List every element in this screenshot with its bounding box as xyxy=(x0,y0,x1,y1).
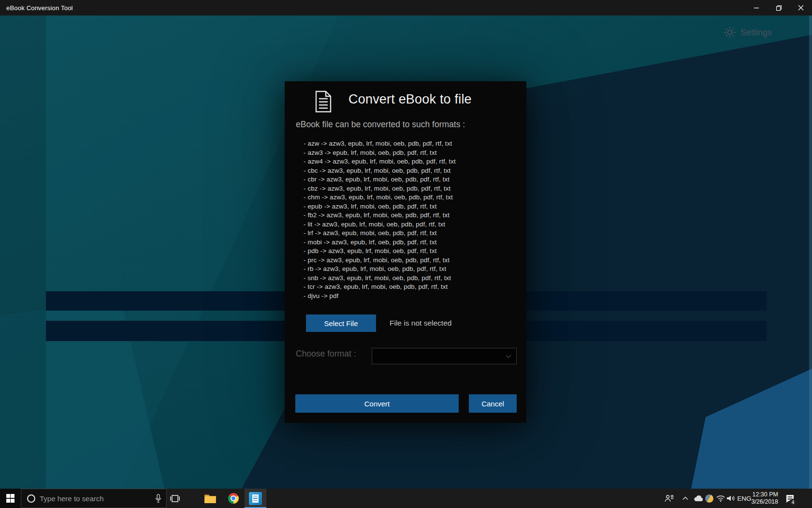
search-input[interactable] xyxy=(40,494,151,503)
close-icon xyxy=(798,5,804,11)
tray-expand-button[interactable] xyxy=(680,489,691,508)
format-line: - cbz -> azw3, epub, lrf, mobi, oeb, pdb… xyxy=(304,184,456,194)
notification-badge: 4 xyxy=(789,499,797,506)
format-line: - fb2 -> azw3, epub, lrf, mobi, oeb, pdb… xyxy=(304,211,456,220)
choose-format-label: Choose format : xyxy=(296,349,356,359)
taskbar-search[interactable] xyxy=(21,489,167,508)
convert-button[interactable]: Convert xyxy=(295,394,459,413)
format-dropdown[interactable] xyxy=(372,348,517,364)
cloud-icon xyxy=(693,495,704,502)
wallpaper-facet xyxy=(0,15,46,489)
format-line: - pdb -> azw3, epub, lrf, mobi, oeb, pdf… xyxy=(304,247,456,256)
cancel-button[interactable]: Cancel xyxy=(469,394,517,413)
format-line: - mobi -> azw3, epub, lrf, oeb, pdb, pdf… xyxy=(304,238,456,247)
windows-logo-icon xyxy=(6,494,15,503)
format-line: - rb -> azw3, epub, lrf, mobi, oeb, pdb,… xyxy=(304,265,456,274)
chrome-icon xyxy=(228,493,239,504)
format-line: - cbr -> azw3, epub, lrf, mobi, oeb, pdb… xyxy=(304,175,456,184)
window-controls xyxy=(745,0,812,15)
format-line: - azw3 -> epub, lrf, mobi, oeb, pdb, pdf… xyxy=(304,149,456,158)
format-line: - azw4 -> azw3, epub, lrf, mobi, oeb, pd… xyxy=(304,157,456,166)
minimize-icon xyxy=(754,5,759,11)
folder-icon xyxy=(204,493,217,504)
speaker-icon xyxy=(726,494,735,502)
people-icon xyxy=(665,494,674,502)
restore-icon xyxy=(776,5,782,11)
task-view-button[interactable] xyxy=(163,489,187,508)
chrome-button[interactable] xyxy=(222,489,245,508)
volume-tray-button[interactable] xyxy=(725,489,737,508)
scrollbar[interactable] xyxy=(809,15,812,489)
ebook-tool-icon xyxy=(249,492,262,505)
format-line: - chm -> azw3, epub, lrf, mobi, oeb, pdb… xyxy=(304,193,456,202)
ebook-tool-taskbar-button[interactable] xyxy=(245,489,266,508)
format-line: - lrf -> azw3, epub, mobi, oeb, pdb, pdf… xyxy=(304,229,456,238)
gear-icon xyxy=(724,26,736,39)
action-center-button[interactable]: 4 xyxy=(780,489,799,508)
weather-icon xyxy=(705,494,713,503)
format-list: - azw -> azw3, epub, lrf, mobi, oeb, pdb… xyxy=(304,139,456,300)
format-line: - cbc -> azw3, epub, lrf, mobi, oeb, pdb… xyxy=(304,166,456,176)
window-title: eBook Conversion Tool xyxy=(6,4,73,12)
format-line: - epub -> azw3, lrf, mobi, oeb, pdb, pdf… xyxy=(304,202,456,211)
file-explorer-button[interactable] xyxy=(199,489,222,508)
wifi-icon xyxy=(716,495,725,502)
dialog-subtitle: eBook file can be converted to such form… xyxy=(296,120,465,130)
restore-button[interactable] xyxy=(768,0,790,15)
file-status-text: File is not selected xyxy=(390,314,451,332)
close-button[interactable] xyxy=(790,0,812,15)
select-file-label: Select File xyxy=(324,319,358,328)
minimize-button[interactable] xyxy=(745,0,768,15)
task-view-icon xyxy=(170,494,180,503)
format-line: - azw -> azw3, epub, lrf, mobi, oeb, pdb… xyxy=(304,139,456,149)
microphone-icon[interactable] xyxy=(155,493,161,504)
clock-time: 12:30 PM xyxy=(752,491,778,498)
select-file-button[interactable]: Select File xyxy=(306,314,376,332)
chevron-up-icon xyxy=(682,496,688,500)
chevron-down-icon xyxy=(506,355,511,358)
convert-label: Convert xyxy=(364,400,390,408)
weather-tray-button[interactable] xyxy=(704,489,714,508)
format-line: - snb -> azw3, epub, lrf, mobi, oeb, pdb… xyxy=(304,274,456,283)
window-titlebar: eBook Conversion Tool xyxy=(0,0,812,15)
taskbar: ENG 12:30 PM 3/26/2018 4 xyxy=(0,489,812,508)
settings-button[interactable]: Settings xyxy=(724,25,772,40)
format-line: - prc -> azw3, epub, lrf, mobi, oeb, pdb… xyxy=(304,256,456,265)
app-background: Settings Convert eBook to file eBook fil… xyxy=(0,15,812,489)
dialog-title: Convert eBook to file xyxy=(348,92,472,107)
clock[interactable]: 12:30 PM 3/26/2018 xyxy=(748,489,779,508)
document-icon xyxy=(315,90,332,113)
format-line: - djvu -> pdf xyxy=(304,292,456,301)
clock-date: 3/26/2018 xyxy=(751,498,778,506)
cancel-label: Cancel xyxy=(481,400,504,408)
screen: eBook Conversion Tool xyxy=(0,0,812,508)
cortana-icon xyxy=(27,494,35,503)
convert-dialog: Convert eBook to file eBook file can be … xyxy=(285,81,526,423)
people-button[interactable] xyxy=(663,489,675,508)
format-line: - lit -> azw3, epub, lrf, mobi, oeb, pdb… xyxy=(304,220,456,229)
format-line: - tcr -> azw3, epub, lrf, mobi, oeb, pdb… xyxy=(304,283,456,292)
start-button[interactable] xyxy=(0,489,21,508)
onedrive-tray-button[interactable] xyxy=(692,489,705,508)
settings-label: Settings xyxy=(740,28,772,38)
